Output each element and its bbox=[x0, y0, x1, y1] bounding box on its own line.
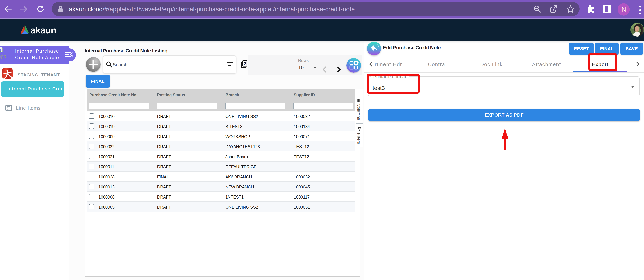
svg-text:2: 2 bbox=[244, 61, 246, 66]
svg-text:akaun: akaun bbox=[30, 25, 56, 35]
